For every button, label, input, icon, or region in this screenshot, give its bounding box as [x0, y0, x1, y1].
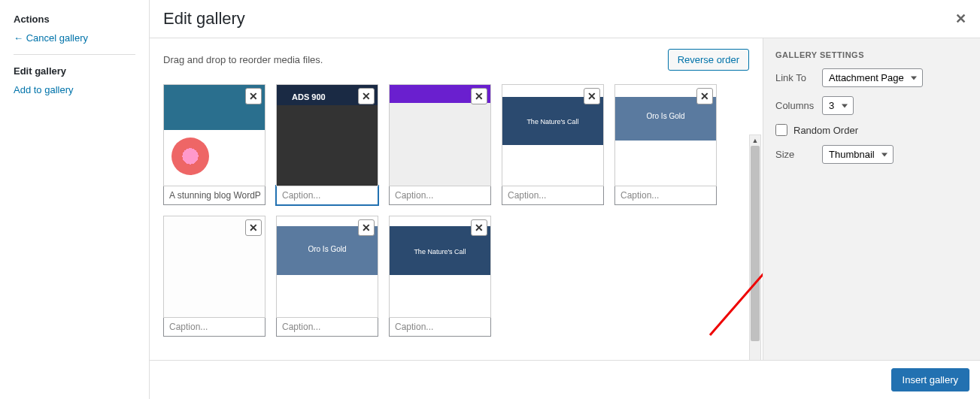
link-to-select[interactable]: Attachment Page: [822, 68, 923, 87]
remove-icon[interactable]: ✕: [471, 88, 487, 104]
gallery-item[interactable]: ✕ Caption...: [502, 84, 604, 205]
reverse-order-button[interactable]: Reverse order: [668, 49, 749, 71]
gallery-item[interactable]: ✕ Caption...: [276, 216, 378, 337]
settings-heading: GALLERY SETTINGS: [775, 50, 968, 59]
gallery-item[interactable]: ✕ Caption...: [389, 216, 491, 337]
remove-icon[interactable]: ✕: [471, 219, 487, 236]
caption-input[interactable]: Caption...: [614, 186, 717, 205]
remove-icon[interactable]: ✕: [358, 219, 375, 236]
reorder-hint: Drag and drop to reorder media files.: [163, 54, 323, 65]
add-to-gallery-link[interactable]: Add to gallery: [14, 84, 135, 95]
caption-input[interactable]: A stunning blog WordP: [163, 186, 265, 205]
thumbnail[interactable]: ✕: [276, 84, 378, 186]
thumbnail[interactable]: ✕: [163, 216, 265, 318]
remove-icon[interactable]: ✕: [696, 88, 713, 104]
remove-icon[interactable]: ✕: [358, 88, 375, 104]
remove-icon[interactable]: ✕: [245, 88, 262, 104]
main: Edit gallery ✕ Drag and drop to reorder …: [150, 0, 980, 399]
sidebar-item-edit-gallery[interactable]: Edit gallery: [14, 65, 135, 77]
link-to-label: Link To: [775, 72, 815, 83]
gallery-item[interactable]: ✕ A stunning blog WordP: [163, 84, 265, 205]
close-icon[interactable]: ✕: [955, 11, 966, 27]
cancel-gallery-link[interactable]: Cancel gallery: [14, 32, 135, 44]
caption-input[interactable]: Caption...: [276, 186, 378, 205]
insert-gallery-button[interactable]: Insert gallery: [891, 368, 969, 391]
caption-input[interactable]: Caption...: [276, 317, 378, 337]
scrollbar[interactable]: ▲ ▼: [749, 135, 761, 387]
thumbnail[interactable]: ✕: [389, 216, 491, 318]
gallery-item[interactable]: ✕ Caption...: [163, 216, 265, 337]
settings-panel: GALLERY SETTINGS Link To Attachment Page…: [763, 38, 980, 399]
gallery-item[interactable]: ✕ Caption...: [389, 84, 491, 205]
scroll-up-icon[interactable]: ▲: [750, 135, 760, 146]
caption-input[interactable]: Caption...: [389, 186, 491, 205]
thumbnail[interactable]: ✕: [502, 84, 604, 186]
size-label: Size: [775, 149, 815, 160]
caption-input[interactable]: Caption...: [502, 186, 604, 205]
page-title: Edit gallery: [163, 9, 966, 29]
caption-input[interactable]: Caption...: [163, 317, 265, 337]
thumbnail[interactable]: ✕: [163, 84, 265, 186]
sidebar: Actions Cancel gallery Edit gallery Add …: [0, 0, 150, 399]
actions-heading: Actions: [14, 14, 135, 25]
divider: [14, 54, 135, 55]
header: Edit gallery ✕: [150, 0, 980, 38]
size-select[interactable]: Thumbnail: [822, 145, 894, 164]
caption-input[interactable]: Caption...: [389, 317, 491, 337]
gallery-item[interactable]: ✕ Caption...: [276, 84, 378, 205]
remove-icon[interactable]: ✕: [245, 219, 262, 236]
thumbnail[interactable]: ✕: [614, 84, 717, 186]
gallery-item[interactable]: ✕ Caption...: [614, 84, 717, 205]
thumbnail[interactable]: ✕: [389, 84, 491, 186]
random-order-label: Random Order: [793, 125, 858, 136]
gallery-grid: ✕ A stunning blog WordP ✕ Caption... ✕ C…: [163, 84, 749, 337]
media-area: Drag and drop to reorder media files. Re…: [150, 38, 763, 399]
remove-icon[interactable]: ✕: [584, 88, 600, 104]
scrollbar-thumb[interactable]: [751, 146, 760, 341]
thumbnail[interactable]: ✕: [276, 216, 378, 318]
footer: Insert gallery: [150, 360, 980, 399]
random-order-checkbox[interactable]: [775, 124, 787, 136]
columns-select[interactable]: 3: [822, 96, 854, 115]
columns-label: Columns: [775, 100, 815, 111]
